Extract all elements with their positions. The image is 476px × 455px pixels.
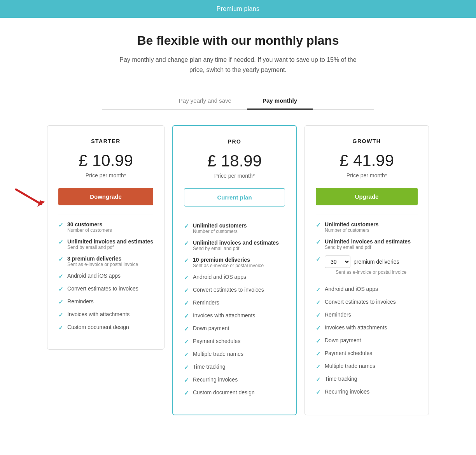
growth-plan-name: GROWTH <box>316 138 418 144</box>
check-icon: ✓ <box>58 324 63 331</box>
growth-customers-main: Unlimited customers <box>325 221 378 228</box>
downgrade-button[interactable]: Downgrade <box>58 188 153 205</box>
starter-feature-invoices: ✓ Unlimited invoices and estimates Send … <box>58 238 153 250</box>
check-icon: ✓ <box>184 351 189 358</box>
pro-schedules-label: Payment schedules <box>193 338 240 344</box>
check-icon: ✓ <box>184 364 189 371</box>
top-bar-label: Premium plans <box>217 5 260 12</box>
check-icon: ✓ <box>184 287 189 294</box>
pro-feature-trade-names: ✓ Multiple trade names <box>184 351 285 358</box>
arrow-annotation <box>12 186 47 209</box>
growth-estimates-label: Convert estimates to invoices <box>325 299 396 305</box>
growth-recurring-label: Recurring invoices <box>325 388 369 395</box>
pro-feature-custom: ✓ Custom document design <box>184 389 285 397</box>
check-icon: ✓ <box>316 299 321 306</box>
check-icon: ✓ <box>58 256 63 263</box>
pro-customers-sub: Number of customers <box>193 229 247 234</box>
growth-plan-card: GROWTH £ 41.99 Price per month* Upgrade … <box>304 125 429 415</box>
pro-feature-recurring: ✓ Recurring invoices <box>184 376 285 384</box>
check-icon: ✓ <box>316 363 321 370</box>
pro-feature-down-payment: ✓ Down payment <box>184 325 285 332</box>
starter-invoices-main: Unlimited invoices and estimates <box>67 238 153 245</box>
check-icon: ✓ <box>58 273 63 280</box>
starter-divider <box>58 215 153 215</box>
check-icon: ✓ <box>316 286 321 293</box>
top-bar: Premium plans <box>0 0 476 18</box>
growth-feature-estimates: ✓ Convert estimates to invoices <box>316 299 418 306</box>
pro-feature-time-tracking: ✓ Time tracking <box>184 364 285 371</box>
growth-invoices-sub: Send by email and pdf <box>325 245 411 250</box>
pro-plan-name: PRO <box>184 138 285 145</box>
starter-apps-label: Android and iOS apps <box>67 273 121 279</box>
pro-deliveries-main: 10 premium deliveries <box>193 257 264 263</box>
deliveries-label: premium deliveries <box>354 259 399 265</box>
hero-title: Be flexible with our monthly plans <box>8 33 468 48</box>
pro-attachments-label: Invoices with attachments <box>193 312 255 318</box>
growth-feature-down-payment: ✓ Down payment <box>316 337 418 345</box>
check-icon: ✓ <box>184 240 189 247</box>
deliveries-select[interactable]: 10 20 30 50 100 <box>325 256 350 268</box>
check-icon: ✓ <box>316 256 321 263</box>
check-icon: ✓ <box>58 312 63 318</box>
pro-customers-main: Unlimited customers <box>193 222 247 229</box>
svg-line-0 <box>16 189 41 204</box>
check-icon: ✓ <box>184 300 189 307</box>
pro-feature-invoices: ✓ Unlimited invoices and estimates Send … <box>184 240 285 251</box>
growth-divider <box>316 215 418 215</box>
starter-price-label: Price per month* <box>58 172 153 178</box>
check-icon: ✓ <box>316 338 321 345</box>
deliveries-selector-row: 10 20 30 50 100 premium deliveries <box>325 256 406 268</box>
starter-plan-card: STARTER £ 10.99 Price per month* Downgra… <box>47 125 164 350</box>
pro-reminders-label: Reminders <box>193 299 219 306</box>
starter-feature-customers: ✓ 30 customers Number of customers <box>58 221 153 233</box>
tab-monthly[interactable]: Pay monthly <box>247 93 313 110</box>
check-icon: ✓ <box>184 338 189 345</box>
growth-schedules-label: Payment schedules <box>325 350 372 356</box>
current-plan-button[interactable]: Current plan <box>184 188 285 206</box>
plans-container: STARTER £ 10.99 Price per month* Downgra… <box>0 110 476 431</box>
pro-custom-label: Custom document design <box>193 389 255 396</box>
growth-trade-names-label: Multiple trade names <box>325 363 375 369</box>
growth-reminders-label: Reminders <box>325 312 351 318</box>
check-icon: ✓ <box>184 313 189 320</box>
pro-feature-deliveries: ✓ 10 premium deliveries Sent as e-invoic… <box>184 257 285 268</box>
pro-estimates-label: Convert estimates to invoices <box>193 287 264 293</box>
check-icon: ✓ <box>316 350 321 357</box>
pro-plan-card: PRO £ 18.99 Price per month* Current pla… <box>172 125 297 415</box>
pro-deliveries-sub: Sent as e-invoice or postal invoice <box>193 263 264 268</box>
check-icon: ✓ <box>316 389 321 396</box>
growth-attachments-label: Invoices with attachments <box>325 324 387 331</box>
starter-plan-price: £ 10.99 <box>58 151 153 170</box>
pro-feature-reminders: ✓ Reminders <box>184 299 285 307</box>
check-icon: ✓ <box>316 376 321 383</box>
pro-recurring-label: Recurring invoices <box>193 376 238 383</box>
check-icon: ✓ <box>316 222 321 229</box>
pro-feature-schedules: ✓ Payment schedules <box>184 338 285 345</box>
starter-feature-apps: ✓ Android and iOS apps <box>58 273 153 280</box>
starter-custom-label: Custom document design <box>67 324 129 330</box>
check-icon: ✓ <box>184 274 189 281</box>
growth-feature-attachments: ✓ Invoices with attachments <box>316 324 418 332</box>
growth-feature-time-tracking: ✓ Time tracking <box>316 376 418 383</box>
starter-deliveries-sub: Sent as e-invoice or postal invoice <box>67 262 138 267</box>
growth-feature-trade-names: ✓ Multiple trade names <box>316 363 418 370</box>
pro-invoices-sub: Send by email and pdf <box>193 246 279 251</box>
check-icon: ✓ <box>316 239 321 246</box>
starter-feature-attachments: ✓ Invoices with attachments <box>58 311 153 318</box>
tab-yearly[interactable]: Pay yearly and save <box>163 93 247 110</box>
pro-feature-attachments: ✓ Invoices with attachments <box>184 312 285 320</box>
check-icon: ✓ <box>316 312 321 319</box>
growth-down-payment-label: Down payment <box>325 337 361 343</box>
check-icon: ✓ <box>58 286 63 293</box>
pro-invoices-main: Unlimited invoices and estimates <box>193 240 279 246</box>
starter-plan-name: STARTER <box>58 138 153 144</box>
upgrade-button[interactable]: Upgrade <box>316 188 418 205</box>
pro-price-label: Price per month* <box>184 173 285 179</box>
growth-apps-label: Android and iOS apps <box>325 286 378 292</box>
starter-feature-reminders: ✓ Reminders <box>58 298 153 306</box>
growth-feature-recurring: ✓ Recurring invoices <box>316 388 418 396</box>
starter-card-wrapper: STARTER £ 10.99 Price per month* Downgra… <box>47 125 164 415</box>
starter-feature-deliveries: ✓ 3 premium deliveries Sent as e-invoice… <box>58 256 153 267</box>
billing-tabs: Pay yearly and save Pay monthly <box>102 93 374 110</box>
growth-feature-reminders: ✓ Reminders <box>316 312 418 319</box>
